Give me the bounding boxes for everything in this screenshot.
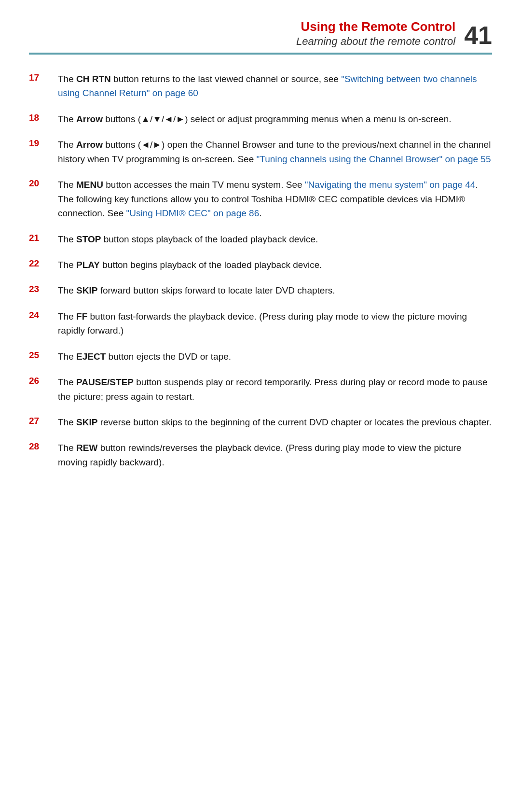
item-text-26: The PAUSE/STEP button suspends play or r…	[58, 375, 492, 404]
link-hdmi-cec[interactable]: "Using HDMI® CEC" on page 86	[126, 208, 260, 218]
item-text-19: The Arrow buttons (◄/►) open the Channel…	[58, 138, 492, 166]
list-item: 27 The SKIP reverse button skips to the …	[29, 415, 492, 429]
item-text-17: The CH RTN button returns to the last vi…	[58, 72, 492, 100]
main-content: 17 The CH RTN button returns to the last…	[0, 55, 521, 510]
item-text-23: The SKIP forward button skips forward to…	[58, 283, 335, 297]
link-menu-system[interactable]: "Navigating the menu system" on page 44	[305, 180, 476, 190]
item-number-24: 24	[29, 309, 58, 321]
item-text-20: The MENU button accesses the main TV men…	[58, 178, 492, 220]
list-item: 19 The Arrow buttons (◄/►) open the Chan…	[29, 138, 492, 166]
list-item: 25 The EJECT button ejects the DVD or ta…	[29, 350, 492, 364]
list-item: 26 The PAUSE/STEP button suspends play o…	[29, 375, 492, 404]
item-number-21: 21	[29, 232, 58, 243]
list-item: 21 The STOP button stops playback of the…	[29, 232, 492, 246]
item-number-25: 25	[29, 350, 58, 361]
list-item: 28 The REW button rewinds/reverses the p…	[29, 441, 492, 469]
item-text-27: The SKIP reverse button skips to the beg…	[58, 415, 492, 429]
item-number-23: 23	[29, 283, 58, 294]
item-number-22: 22	[29, 258, 58, 269]
item-text-28: The REW button rewinds/reverses the play…	[58, 441, 492, 469]
list-item: 23 The SKIP forward button skips forward…	[29, 283, 492, 297]
item-text-25: The EJECT button ejects the DVD or tape.	[58, 350, 231, 364]
item-text-22: The PLAY button begins playback of the l…	[58, 258, 322, 272]
list-item: 17 The CH RTN button returns to the last…	[29, 72, 492, 100]
item-number-17: 17	[29, 72, 58, 83]
link-channel-browser[interactable]: "Tuning channels using the Channel Brows…	[257, 154, 491, 164]
list-item: 24 The FF button fast-forwards the playb…	[29, 309, 492, 338]
page-main-title: Using the Remote Control	[296, 19, 455, 34]
item-number-27: 27	[29, 415, 58, 426]
item-text-18: The Arrow buttons (▲/▼/◄/►) select or ad…	[58, 112, 452, 126]
item-text-21: The STOP button stops playback of the lo…	[58, 232, 318, 246]
page-subtitle: Learning about the remote control	[296, 35, 455, 48]
list-item: 18 The Arrow buttons (▲/▼/◄/►) select or…	[29, 112, 492, 126]
list-item: 22 The PLAY button begins playback of th…	[29, 258, 492, 272]
item-number-20: 20	[29, 178, 58, 189]
page-container: Using the Remote Control Learning about …	[0, 0, 521, 812]
item-number-28: 28	[29, 441, 58, 452]
list-item: 20 The MENU button accesses the main TV …	[29, 178, 492, 220]
item-number-26: 26	[29, 375, 58, 386]
item-text-24: The FF button fast-forwards the playback…	[58, 309, 492, 338]
item-number-18: 18	[29, 112, 58, 123]
link-channel-return[interactable]: "Switching between two channels using Ch…	[58, 74, 477, 98]
page-header: Using the Remote Control Learning about …	[0, 0, 521, 48]
item-number-19: 19	[29, 138, 58, 149]
page-number: 41	[464, 23, 492, 48]
header-title-group: Using the Remote Control Learning about …	[296, 19, 455, 48]
